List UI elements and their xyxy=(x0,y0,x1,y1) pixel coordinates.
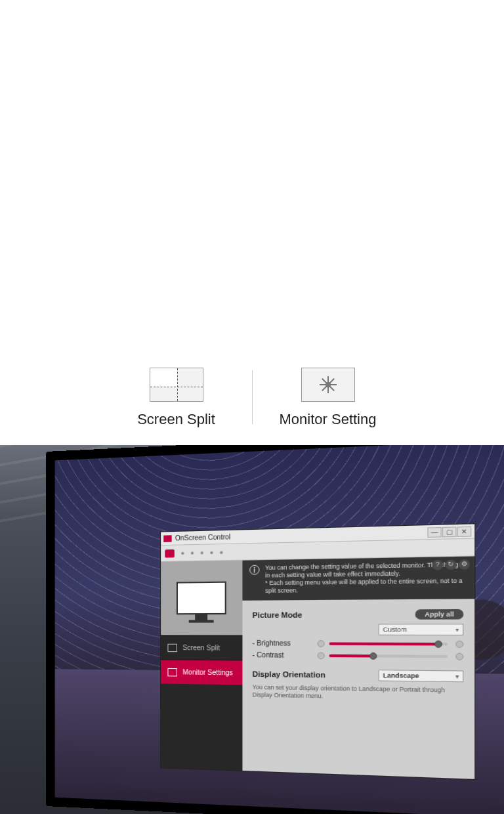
chevron-down-icon: ▾ xyxy=(455,626,459,633)
window-maximize-button[interactable]: ▢ xyxy=(442,526,456,537)
window-title: OnScreen Control xyxy=(175,533,230,542)
contrast-slider[interactable] xyxy=(329,654,448,658)
slider-max-icon xyxy=(455,653,463,660)
screen-split-mini-icon xyxy=(167,643,177,651)
sidebar-item-screen-split[interactable]: Screen Split xyxy=(161,635,242,660)
help-icon[interactable]: ? xyxy=(432,560,444,570)
refresh-icon[interactable]: ↻ xyxy=(446,559,457,570)
tab-dot[interactable] xyxy=(201,551,203,554)
info-header: i You can change the setting value of th… xyxy=(242,556,474,601)
display-orientation-select[interactable]: Landscape ▾ xyxy=(379,670,464,682)
app-icon xyxy=(163,535,171,542)
display-orientation-title: Display Orientation xyxy=(253,670,326,679)
monitor-thumbnail-icon xyxy=(177,582,226,615)
picture-mode-select[interactable]: Custom ▾ xyxy=(379,624,464,635)
app-logo-icon xyxy=(165,549,175,557)
feature-monitor-setting-label: Monitor Setting xyxy=(280,411,377,428)
screen-split-icon xyxy=(150,368,203,402)
settings-gear-icon[interactable]: ⚙ xyxy=(459,559,470,570)
window-close-button[interactable]: ✕ xyxy=(457,526,472,536)
brightness-icon xyxy=(301,368,355,402)
onscreen-control-window: OnScreen Control ― ▢ ✕ xyxy=(160,523,475,780)
slider-max-icon xyxy=(455,640,463,647)
monitor-bezel: OnScreen Control ― ▢ ✕ xyxy=(46,445,504,814)
feature-screen-split: Screen Split xyxy=(101,368,252,428)
sidebar-item-monitor-settings[interactable]: Monitor Settings xyxy=(161,659,242,685)
picture-mode-value: Custom xyxy=(383,626,407,633)
contrast-label: - Contrast xyxy=(253,651,318,659)
feature-screen-split-label: Screen Split xyxy=(137,411,215,428)
tab-dot[interactable] xyxy=(210,551,213,553)
display-orientation-note: You can set your display orientation to … xyxy=(253,684,464,703)
main-panel: i You can change the setting value of th… xyxy=(242,556,474,779)
tab-dot[interactable] xyxy=(220,551,222,553)
monitor-settings-mini-icon xyxy=(167,668,177,676)
sidebar-item-label: Screen Split xyxy=(182,644,220,652)
feature-row: Screen Split Monitor Setting xyxy=(0,368,504,428)
picture-mode-title: Picture Mode xyxy=(253,610,303,619)
tab-dot[interactable] xyxy=(181,551,184,554)
apply-all-button[interactable]: Apply all xyxy=(415,609,463,620)
sidebar-item-label: Monitor Settings xyxy=(182,668,232,676)
monitor-thumbnail xyxy=(161,561,242,635)
slider-min-icon xyxy=(318,640,325,647)
tab-dot[interactable] xyxy=(191,551,194,554)
feature-monitor-setting: Monitor Setting xyxy=(253,368,404,428)
info-note: * Each setting menu value will be applie… xyxy=(265,577,467,595)
chevron-down-icon: ▾ xyxy=(455,673,459,679)
window-minimize-button[interactable]: ― xyxy=(427,526,441,537)
brightness-slider[interactable] xyxy=(329,642,448,645)
hero-scene: OnScreen Control ― ▢ ✕ xyxy=(0,445,504,814)
display-orientation-value: Landscape xyxy=(383,672,419,680)
info-icon: i xyxy=(249,565,259,575)
sidebar: Screen Split Monitor Settings xyxy=(161,561,242,771)
slider-min-icon xyxy=(318,652,325,659)
monitor: OnScreen Control ― ▢ ✕ xyxy=(46,445,504,814)
brightness-label: - Brightness xyxy=(253,639,318,647)
